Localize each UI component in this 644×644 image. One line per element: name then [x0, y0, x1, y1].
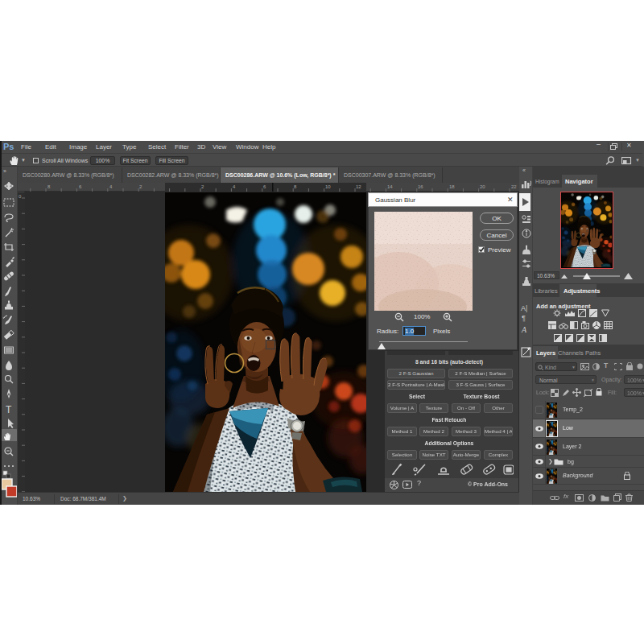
svg-text:16: 16 — [418, 184, 423, 189]
svg-text:12: 12 — [356, 184, 361, 189]
svg-text:22: 22 — [511, 184, 517, 189]
svg-text:4: 4 — [109, 184, 113, 189]
svg-text:2: 2 — [139, 184, 142, 189]
svg-text:T: T — [6, 404, 12, 415]
svg-text:18: 18 — [449, 184, 455, 189]
svg-text:8: 8 — [47, 184, 51, 189]
svg-text:14: 14 — [387, 184, 393, 189]
svg-text:6: 6 — [79, 184, 82, 189]
svg-text:20: 20 — [480, 184, 485, 189]
svg-text:10: 10 — [325, 184, 331, 189]
